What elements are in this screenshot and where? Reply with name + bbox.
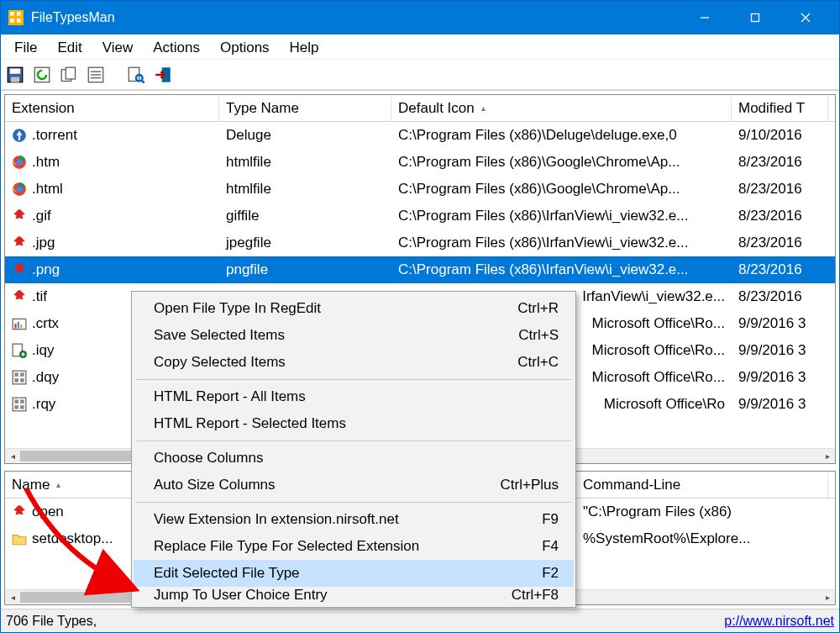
col-default-icon[interactable]: Default Icon▴ [391, 95, 732, 121]
window-title: FileTypesMan [31, 10, 680, 25]
cell-modified: 8/23/2016 [738, 181, 802, 198]
svg-rect-30 [18, 322, 19, 329]
titlebar[interactable]: FileTypesMan [1, 1, 839, 34]
cell-defaulticon: C:\Program Files (x86)\Google\Chrome\Ap.… [398, 181, 680, 198]
scroll-left-button[interactable]: ◂ [5, 590, 20, 604]
cell-defaulticon: C:\Program Files (x86)\IrfanView\i_view3… [398, 261, 688, 278]
context-item-label: HTML Report - Selected Items [154, 415, 559, 432]
cell-typename: htmlfile [226, 154, 271, 171]
cell-extension: .tif [32, 288, 47, 305]
svg-point-25 [16, 159, 22, 165]
context-item[interactable]: View Extension In extension.nirsoft.netF… [134, 506, 574, 533]
cell-extension: .dqy [32, 369, 59, 386]
context-menu[interactable]: Open File Type In RegEditCtrl+RSave Sele… [131, 291, 576, 608]
scroll-right-button[interactable]: ▸ [820, 449, 835, 463]
menu-options[interactable]: Options [210, 36, 280, 60]
cell-defaulticon: Microsoft Office\Ro... [592, 369, 725, 386]
col-extension[interactable]: Extension [5, 95, 219, 121]
cell-typename: jpegfile [226, 235, 271, 251]
cell-defaulticon: Microsoft Office\Ro [604, 396, 725, 413]
context-item[interactable]: Edit Selected File TypeF2 [134, 560, 574, 587]
scroll-left-button[interactable]: ◂ [5, 449, 20, 463]
cell-modified: 9/9/2016 3 [738, 369, 806, 386]
close-button[interactable] [780, 1, 831, 34]
cell-extension: .html [32, 181, 63, 198]
svg-rect-3 [10, 18, 14, 23]
file-icon [12, 504, 27, 520]
refresh-icon[interactable] [33, 66, 51, 84]
properties-icon[interactable] [87, 66, 105, 84]
list-header-top: Extension Type Name Default Icon▴ Modifi… [5, 95, 835, 122]
table-row[interactable]: .torrentDelugeC:\Program Files (x86)\Del… [5, 122, 835, 149]
table-row[interactable]: .gifgiffileC:\Program Files (x86)\IrfanV… [5, 203, 835, 229]
context-item-shortcut: Ctrl+F8 [512, 587, 559, 604]
maximize-button[interactable] [730, 1, 780, 34]
svg-rect-41 [20, 399, 24, 404]
context-item[interactable]: Copy Selected ItemsCtrl+C [134, 349, 574, 376]
minimize-button[interactable] [680, 1, 730, 34]
cell-extension: .crtx [32, 315, 59, 332]
file-icon [12, 155, 27, 170]
cell-extension: .png [32, 261, 60, 278]
context-item[interactable]: Open File Type In RegEditCtrl+R [134, 295, 574, 322]
menu-edit[interactable]: Edit [47, 36, 92, 60]
window: FileTypesMan FileEditViewActionsOptionsH… [0, 0, 840, 633]
table-row[interactable]: .htmhtmlfileC:\Program Files (x86)\Googl… [5, 149, 835, 176]
svg-rect-4 [17, 18, 21, 23]
context-item[interactable]: Choose Columns [134, 445, 574, 472]
homepage-link[interactable]: p://www.nirsoft.net [724, 614, 834, 629]
menu-view[interactable]: View [92, 36, 144, 60]
save-icon[interactable] [6, 66, 24, 84]
context-item[interactable]: Replace File Type For Selected Extension… [134, 533, 574, 560]
svg-rect-2 [17, 12, 21, 16]
col-modified[interactable]: Modified T [732, 95, 828, 121]
find-icon[interactable] [127, 66, 145, 84]
cell-typename: giffile [226, 208, 259, 224]
context-item-shortcut: F4 [542, 538, 559, 555]
scroll-right-button[interactable]: ▸ [820, 590, 835, 604]
menu-file[interactable]: File [4, 36, 47, 60]
cell-typename: Deluge [226, 127, 271, 144]
svg-rect-35 [14, 372, 18, 377]
svg-rect-6 [752, 14, 759, 22]
cell-defaulticon: C:\Program Files (x86)\IrfanView\i_view3… [398, 208, 688, 224]
menu-actions[interactable]: Actions [143, 36, 210, 60]
context-item-shortcut: F9 [542, 511, 559, 528]
table-row[interactable]: .htmlhtmlfileC:\Program Files (x86)\Goog… [5, 176, 835, 203]
col-commandline[interactable]: Command-Line [576, 472, 828, 498]
context-item-shortcut: Ctrl+S [518, 327, 559, 344]
context-item-shortcut: Ctrl+Plus [501, 477, 559, 493]
svg-rect-11 [11, 76, 19, 82]
file-icon [12, 262, 27, 277]
col-typename[interactable]: Type Name [219, 95, 391, 121]
table-row[interactable]: .jpgjpegfileC:\Program Files (x86)\Irfan… [5, 229, 835, 256]
context-item[interactable]: Save Selected ItemsCtrl+S [134, 322, 574, 349]
cell-name: setdesktop... [32, 530, 113, 547]
cell-defaulticon: Microsoft Office\Ro... [592, 342, 725, 359]
context-item-label: Edit Selected File Type [154, 565, 542, 582]
context-item[interactable]: HTML Report - All Items [134, 383, 574, 410]
context-item[interactable]: Auto Size ColumnsCtrl+Plus [134, 472, 574, 498]
cell-modified: 8/23/2016 [738, 261, 802, 278]
cell-defaulticon: C:\Program Files (x86)\Deluge\deluge.exe… [398, 127, 677, 144]
cell-modified: 8/23/2016 [738, 288, 802, 305]
exit-icon[interactable] [154, 66, 172, 84]
copy-icon[interactable] [60, 66, 78, 84]
menu-help[interactable]: Help [280, 36, 329, 60]
context-item-label: Copy Selected Items [154, 354, 517, 371]
file-icon [12, 316, 27, 331]
svg-rect-38 [20, 378, 24, 382]
context-item-label: Open File Type In RegEdit [154, 300, 517, 317]
cell-extension: .gif [32, 208, 51, 224]
cell-typename: htmlfile [226, 181, 271, 198]
cell-extension: .htm [32, 154, 60, 171]
cell-defaulticon: C:\Program Files (x86)\IrfanView\i_view3… [398, 235, 688, 251]
svg-rect-36 [20, 372, 24, 377]
cell-cmd: %SystemRoot%\Explore... [583, 530, 750, 547]
context-item[interactable]: HTML Report - Selected Items [134, 410, 574, 437]
context-item[interactable]: Jump To User Choice EntryCtrl+F8 [134, 587, 574, 604]
table-row[interactable]: .pngpngfileC:\Program Files (x86)\IrfanV… [5, 256, 835, 283]
context-item-label: Jump To User Choice Entry [154, 587, 512, 604]
cell-modified: 9/10/2016 [738, 127, 802, 144]
cell-defaulticon: Microsoft Office\Ro... [592, 315, 725, 332]
